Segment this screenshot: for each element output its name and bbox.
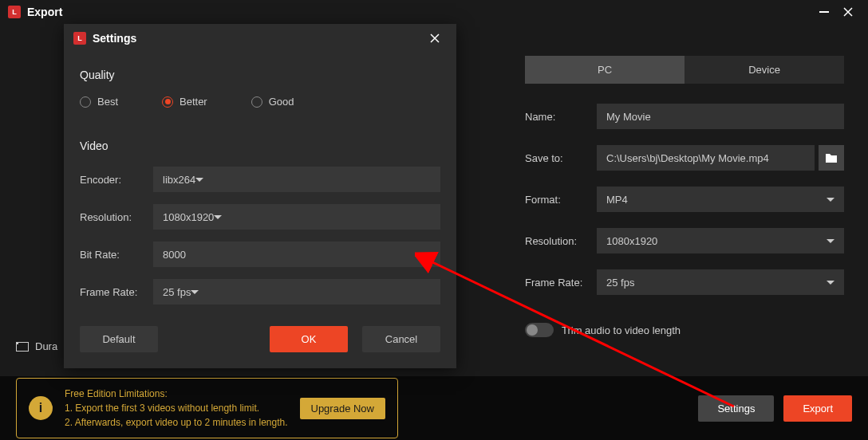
svg-rect-0 [819,11,829,13]
label-frame-rate-dlg: Frame Rate: [80,286,153,298]
bit-rate-input[interactable] [153,242,440,267]
settings-button[interactable]: Settings [698,395,774,422]
app-logo-icon: L [73,32,86,45]
save-to-input[interactable] [597,145,815,171]
window-title: Export [27,6,62,18]
default-button[interactable]: Default [80,326,158,352]
label-resolution-dlg: Resolution: [80,211,153,223]
limitations-box: i Free Edition Limitations: 1. Export th… [16,378,398,438]
section-video: Video [80,139,440,152]
section-quality: Quality [80,69,440,81]
chevron-down-icon [195,178,203,182]
frame-rate-select-dlg[interactable]: 25 fps [153,279,440,304]
format-select[interactable]: MP4 [597,187,844,212]
dialog-close-button[interactable] [423,30,447,46]
chevron-down-icon [214,215,222,219]
label-format: Format: [525,194,597,206]
tab-pc[interactable]: PC [525,56,685,84]
chevron-down-icon [827,239,834,243]
name-input[interactable] [597,104,844,129]
film-icon [16,342,29,352]
app-logo-icon: L [8,6,21,18]
label-encoder: Encoder: [80,174,153,186]
resolution-select-dlg[interactable]: 1080x1920 [153,204,440,230]
ok-button[interactable]: OK [270,326,348,352]
export-button[interactable]: Export [783,395,852,422]
encoder-select[interactable]: libx264 [153,167,440,192]
radio-better[interactable]: Better [162,96,207,108]
info-icon: i [29,396,53,420]
trim-audio-toggle[interactable] [525,323,554,337]
label-frame-rate: Frame Rate: [525,277,597,289]
label-bit-rate: Bit Rate: [80,249,153,261]
chevron-down-icon [191,290,199,294]
settings-dialog: L Settings Quality Best Better Good Vide… [64,24,456,368]
label-name: Name: [525,111,597,123]
dialog-title: Settings [93,32,136,45]
minimize-button[interactable] [812,4,836,20]
resolution-select[interactable]: 1080x1920 [597,228,844,253]
limitations-heading: Free Edition Limitations: [65,387,288,401]
chevron-down-icon [827,198,834,202]
limitations-line2: 2. Afterwards, export video up to 2 minu… [65,415,288,430]
browse-folder-button[interactable] [819,145,844,171]
close-button[interactable] [836,4,860,20]
trim-audio-label: Trim audio to video length [562,324,681,336]
frame-rate-select[interactable]: 25 fps [597,269,844,295]
duration-label: Dura [35,340,57,352]
tab-device[interactable]: Device [685,56,844,84]
label-resolution: Resolution: [525,235,597,247]
limitations-line1: 1. Export the first 3 videos without len… [65,401,288,415]
label-save-to: Save to: [525,152,597,164]
cancel-button[interactable]: Cancel [362,326,440,352]
chevron-down-icon [827,281,834,285]
radio-good[interactable]: Good [251,96,294,108]
radio-best[interactable]: Best [80,96,118,108]
upgrade-button[interactable]: Upgrade Now [300,398,386,419]
